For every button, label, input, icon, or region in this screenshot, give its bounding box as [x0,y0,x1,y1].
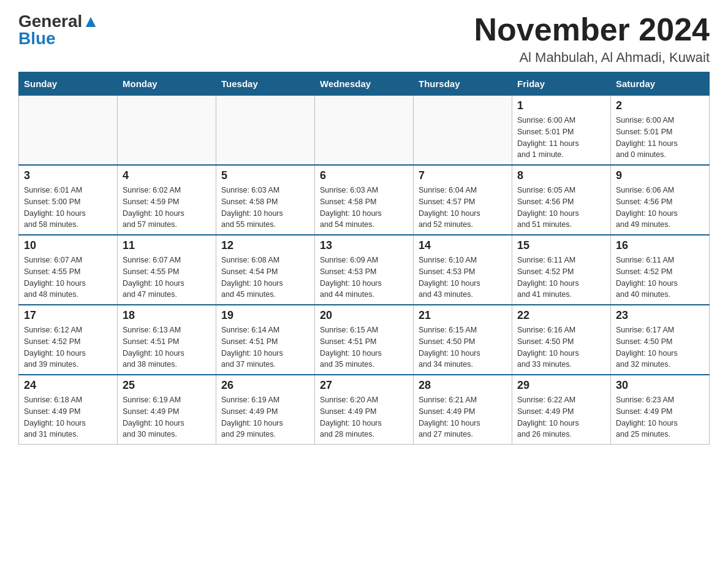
calendar-cell: 1Sunrise: 6:00 AM Sunset: 5:01 PM Daylig… [512,96,611,166]
calendar-cell: 5Sunrise: 6:03 AM Sunset: 4:58 PM Daylig… [216,165,315,235]
day-number: 17 [24,309,112,322]
day-number: 10 [24,239,112,252]
day-number: 30 [616,379,704,392]
day-info: Sunrise: 6:23 AM Sunset: 4:49 PM Dayligh… [616,394,704,440]
calendar-cell: 21Sunrise: 6:15 AM Sunset: 4:50 PM Dayli… [414,305,512,375]
day-info: Sunrise: 6:17 AM Sunset: 4:50 PM Dayligh… [616,324,704,370]
calendar-cell: 17Sunrise: 6:12 AM Sunset: 4:52 PM Dayli… [19,305,118,375]
day-info: Sunrise: 6:21 AM Sunset: 4:49 PM Dayligh… [419,394,507,440]
day-info: Sunrise: 6:00 AM Sunset: 5:01 PM Dayligh… [517,115,605,161]
day-info: Sunrise: 6:15 AM Sunset: 4:50 PM Dayligh… [419,324,507,370]
calendar-cell: 8Sunrise: 6:05 AM Sunset: 4:56 PM Daylig… [512,165,611,235]
calendar-cell: 18Sunrise: 6:13 AM Sunset: 4:51 PM Dayli… [118,305,216,375]
calendar-header: Sunday Monday Tuesday Wednesday Thursday… [19,72,710,96]
calendar-cell: 23Sunrise: 6:17 AM Sunset: 4:50 PM Dayli… [611,305,710,375]
day-info: Sunrise: 6:03 AM Sunset: 4:58 PM Dayligh… [320,185,408,231]
day-number: 6 [320,169,408,182]
day-info: Sunrise: 6:15 AM Sunset: 4:51 PM Dayligh… [320,324,408,370]
calendar-cell: 25Sunrise: 6:19 AM Sunset: 4:49 PM Dayli… [118,375,216,445]
day-info: Sunrise: 6:07 AM Sunset: 4:55 PM Dayligh… [24,255,112,301]
day-number: 16 [616,239,704,252]
day-number: 9 [616,169,704,182]
calendar-cell [315,96,414,166]
calendar-cell: 22Sunrise: 6:16 AM Sunset: 4:50 PM Dayli… [512,305,611,375]
calendar-cell: 7Sunrise: 6:04 AM Sunset: 4:57 PM Daylig… [414,165,512,235]
header-friday: Friday [512,72,611,96]
day-number: 8 [517,169,605,182]
calendar-week-2: 3Sunrise: 6:01 AM Sunset: 5:00 PM Daylig… [19,165,710,235]
day-number: 28 [419,379,507,392]
calendar-cell: 11Sunrise: 6:07 AM Sunset: 4:55 PM Dayli… [118,235,216,305]
calendar-cell: 27Sunrise: 6:20 AM Sunset: 4:49 PM Dayli… [315,375,414,445]
day-number: 26 [221,379,309,392]
header-sunday: Sunday [19,72,118,96]
day-number: 2 [616,99,704,112]
day-info: Sunrise: 6:22 AM Sunset: 4:49 PM Dayligh… [517,394,605,440]
calendar-cell: 19Sunrise: 6:14 AM Sunset: 4:51 PM Dayli… [216,305,315,375]
header-tuesday: Tuesday [216,72,315,96]
calendar-cell: 9Sunrise: 6:06 AM Sunset: 4:56 PM Daylig… [611,165,710,235]
calendar-cell: 28Sunrise: 6:21 AM Sunset: 4:49 PM Dayli… [414,375,512,445]
day-number: 14 [419,239,507,252]
calendar-cell: 10Sunrise: 6:07 AM Sunset: 4:55 PM Dayli… [19,235,118,305]
day-info: Sunrise: 6:20 AM Sunset: 4:49 PM Dayligh… [320,394,408,440]
day-number: 15 [517,239,605,252]
calendar-week-4: 17Sunrise: 6:12 AM Sunset: 4:52 PM Dayli… [19,305,710,375]
day-info: Sunrise: 6:19 AM Sunset: 4:49 PM Dayligh… [123,394,211,440]
calendar-cell: 12Sunrise: 6:08 AM Sunset: 4:54 PM Dayli… [216,235,315,305]
day-number: 29 [517,379,605,392]
day-number: 5 [221,169,309,182]
calendar-cell: 20Sunrise: 6:15 AM Sunset: 4:51 PM Dayli… [315,305,414,375]
calendar-body: 1Sunrise: 6:00 AM Sunset: 5:01 PM Daylig… [19,96,710,445]
calendar-cell: 3Sunrise: 6:01 AM Sunset: 5:00 PM Daylig… [19,165,118,235]
day-number: 12 [221,239,309,252]
day-number: 7 [419,169,507,182]
day-number: 25 [123,379,211,392]
calendar-table: Sunday Monday Tuesday Wednesday Thursday… [18,72,710,445]
calendar-cell: 6Sunrise: 6:03 AM Sunset: 4:58 PM Daylig… [315,165,414,235]
day-info: Sunrise: 6:00 AM Sunset: 5:01 PM Dayligh… [616,115,704,161]
logo-blue-text: ▲ [82,12,99,31]
day-number: 22 [517,309,605,322]
day-number: 1 [517,99,605,112]
calendar-week-3: 10Sunrise: 6:07 AM Sunset: 4:55 PM Dayli… [19,235,710,305]
calendar-cell: 15Sunrise: 6:11 AM Sunset: 4:52 PM Dayli… [512,235,611,305]
header-monday: Monday [118,72,216,96]
day-number: 4 [123,169,211,182]
calendar-title: November 2024 [474,12,710,47]
calendar-week-1: 1Sunrise: 6:00 AM Sunset: 5:01 PM Daylig… [19,96,710,166]
day-info: Sunrise: 6:11 AM Sunset: 4:52 PM Dayligh… [517,255,605,301]
day-number: 3 [24,169,112,182]
day-number: 24 [24,379,112,392]
day-number: 18 [123,309,211,322]
calendar-cell: 2Sunrise: 6:00 AM Sunset: 5:01 PM Daylig… [611,96,710,166]
calendar-cell: 26Sunrise: 6:19 AM Sunset: 4:49 PM Dayli… [216,375,315,445]
day-info: Sunrise: 6:03 AM Sunset: 4:58 PM Dayligh… [221,185,309,231]
day-info: Sunrise: 6:16 AM Sunset: 4:50 PM Dayligh… [517,324,605,370]
page-header: General▲ Blue November 2024 Al Mahbulah,… [18,12,710,66]
calendar-cell [19,96,118,166]
calendar-subtitle: Al Mahbulah, Al Ahmadi, Kuwait [474,50,710,66]
day-info: Sunrise: 6:06 AM Sunset: 4:56 PM Dayligh… [616,185,704,231]
day-number: 20 [320,309,408,322]
day-info: Sunrise: 6:18 AM Sunset: 4:49 PM Dayligh… [24,394,112,440]
day-number: 23 [616,309,704,322]
calendar-cell: 4Sunrise: 6:02 AM Sunset: 4:59 PM Daylig… [118,165,216,235]
calendar-cell: 14Sunrise: 6:10 AM Sunset: 4:53 PM Dayli… [414,235,512,305]
calendar-cell [216,96,315,166]
logo: General▲ Blue [18,12,99,48]
header-thursday: Thursday [414,72,512,96]
day-info: Sunrise: 6:07 AM Sunset: 4:55 PM Dayligh… [123,255,211,301]
title-block: November 2024 Al Mahbulah, Al Ahmadi, Ku… [474,12,710,66]
day-number: 19 [221,309,309,322]
day-number: 27 [320,379,408,392]
calendar-cell: 29Sunrise: 6:22 AM Sunset: 4:49 PM Dayli… [512,375,611,445]
day-info: Sunrise: 6:19 AM Sunset: 4:49 PM Dayligh… [221,394,309,440]
day-info: Sunrise: 6:14 AM Sunset: 4:51 PM Dayligh… [221,324,309,370]
calendar-week-5: 24Sunrise: 6:18 AM Sunset: 4:49 PM Dayli… [19,375,710,445]
day-info: Sunrise: 6:01 AM Sunset: 5:00 PM Dayligh… [24,185,112,231]
day-info: Sunrise: 6:11 AM Sunset: 4:52 PM Dayligh… [616,255,704,301]
day-info: Sunrise: 6:05 AM Sunset: 4:56 PM Dayligh… [517,185,605,231]
day-info: Sunrise: 6:04 AM Sunset: 4:57 PM Dayligh… [419,185,507,231]
day-info: Sunrise: 6:08 AM Sunset: 4:54 PM Dayligh… [221,255,309,301]
